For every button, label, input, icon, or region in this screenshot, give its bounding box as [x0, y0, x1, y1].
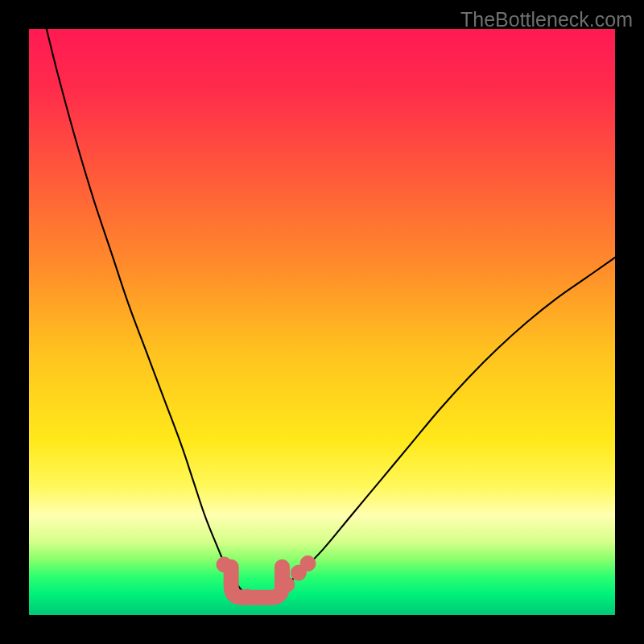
marker-dot [239, 589, 254, 605]
marker-dot [300, 555, 316, 571]
chart-canvas [29, 29, 615, 615]
chart-frame: TheBottleneck.com [0, 0, 644, 644]
marker-dot [217, 557, 232, 572]
marker-dot [279, 577, 295, 592]
watermark-text: TheBottleneck.com [460, 8, 633, 31]
